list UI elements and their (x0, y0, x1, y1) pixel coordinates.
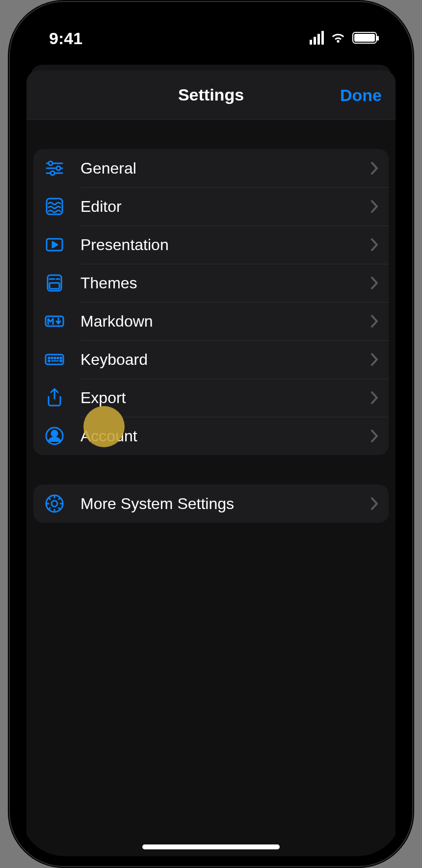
share-icon (41, 384, 68, 411)
chevron-right-icon (370, 237, 379, 252)
gear-icon (41, 490, 68, 517)
svg-point-18 (57, 357, 59, 359)
battery-icon (352, 32, 377, 44)
page-title: Settings (178, 85, 244, 104)
chevron-right-icon (370, 496, 379, 511)
svg-marker-8 (53, 242, 57, 248)
device-frame: 9:41 Settings Done (10, 2, 412, 866)
svg-rect-14 (46, 355, 63, 364)
chevron-right-icon (370, 199, 379, 214)
row-label: General (80, 159, 370, 178)
status-time: 9:41 (49, 25, 310, 48)
screen: 9:41 Settings Done (20, 12, 402, 856)
settings-row-presentation[interactable]: Presentation (33, 226, 389, 264)
home-indicator[interactable] (142, 844, 280, 849)
svg-point-21 (60, 360, 62, 362)
svg-point-1 (49, 161, 53, 165)
settings-group-main: General Editor (33, 149, 389, 455)
theme-icon (41, 270, 68, 296)
svg-point-19 (60, 357, 62, 359)
settings-row-export[interactable]: Export (33, 379, 389, 417)
settings-content: General Editor (26, 120, 396, 523)
wifi-icon (330, 31, 346, 44)
done-button[interactable]: Done (340, 85, 382, 104)
play-box-icon (41, 231, 68, 258)
svg-point-24 (52, 431, 57, 436)
row-label: Themes (80, 274, 370, 292)
settings-row-editor[interactable]: Editor (33, 187, 389, 226)
svg-point-17 (54, 357, 56, 359)
status-icons (310, 28, 377, 45)
nav-bar: Settings Done (26, 71, 396, 120)
settings-row-markdown[interactable]: Markdown (33, 302, 389, 340)
settings-row-account[interactable]: Account (33, 417, 389, 455)
svg-point-20 (49, 360, 50, 362)
svg-point-15 (49, 357, 50, 359)
svg-rect-12 (50, 283, 59, 289)
settings-row-keyboard[interactable]: Keyboard (33, 340, 389, 379)
row-label: Editor (80, 198, 370, 216)
chevron-right-icon (370, 314, 379, 329)
chevron-right-icon (370, 276, 379, 290)
cellular-signal-icon (310, 31, 324, 45)
chevron-right-icon (370, 161, 379, 176)
row-label: More System Settings (80, 495, 370, 513)
settings-row-more-system[interactable]: More System Settings (33, 485, 389, 523)
markdown-icon (41, 308, 68, 334)
settings-row-themes[interactable]: Themes (33, 264, 389, 302)
chevron-right-icon (370, 352, 379, 367)
svg-point-26 (52, 501, 57, 507)
row-label: Keyboard (80, 351, 370, 369)
wave-box-icon (41, 193, 68, 220)
row-label: Presentation (80, 236, 370, 254)
chevron-right-icon (370, 390, 379, 405)
sliders-icon (41, 155, 68, 181)
row-label: Markdown (80, 312, 370, 331)
svg-point-16 (52, 357, 53, 359)
keyboard-icon (41, 346, 68, 373)
chevron-right-icon (370, 429, 379, 443)
status-bar: 9:41 (20, 12, 402, 61)
svg-point-3 (56, 166, 60, 170)
settings-row-general[interactable]: General (33, 149, 389, 187)
row-label: Account (80, 427, 370, 445)
settings-group-system: More System Settings (33, 485, 389, 523)
svg-point-5 (51, 171, 54, 175)
settings-sheet: Settings Done General (26, 71, 396, 856)
account-icon (41, 423, 68, 449)
row-label: Export (80, 389, 370, 407)
